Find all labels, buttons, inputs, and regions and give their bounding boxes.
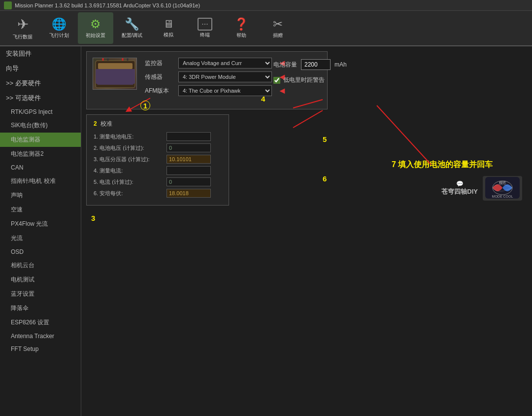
watermark-logo: MODE COOL 模吧 [483, 176, 522, 201]
title-bar: Mission Planner 1.3.62 build 1.3.6917.15… [0, 0, 532, 11]
sidebar-item-sonar[interactable]: 声呐 [0, 188, 81, 203]
donate-icon: ✂ [273, 17, 283, 31]
wechat-info: 💬 苍穹四轴DIY [441, 180, 478, 196]
svg-rect-2 [97, 71, 133, 85]
calib-label-2: 2. 电池电压 (计算过): [94, 144, 163, 152]
toolbar-label-3: 配置/调试 [122, 32, 143, 39]
toolbar-label-1: 飞行计划 [49, 32, 69, 39]
config-icon: 🔧 [125, 17, 139, 31]
calib-label-6: 6. 安培每伏: [94, 190, 163, 197]
calib-row-5: 5. 电流 (计算过): [94, 177, 222, 186]
main-layout: 安装固件 向导 >> 必要硬件 >> 可选硬件 RTK/GPS Inject S… [0, 46, 532, 416]
toolbar-btn-terminal[interactable]: ··· 终端 [187, 12, 223, 44]
annotation-5: 5 [323, 135, 327, 143]
flight-plan-icon: 🌐 [52, 17, 66, 31]
sensor-label: 传感器 [145, 73, 174, 81]
sidebar-item-battery-monitor2[interactable]: 电池监测器2 [0, 147, 81, 161]
calib-row-6: 6. 安培每伏: [94, 189, 222, 198]
sidebar-item-optional-hw[interactable]: >> 可选硬件 [0, 91, 81, 105]
sidebar-item-antenna-tracker[interactable]: Antenna Tracker [0, 330, 81, 343]
calib-input-1[interactable] [166, 132, 211, 141]
calib-row-4: 4. 测量电流: [94, 166, 222, 175]
calib-input-4[interactable] [166, 166, 211, 175]
sidebar-item-camera-gimbal[interactable]: 相机云台 [0, 258, 81, 273]
svg-text:模吧: 模吧 [499, 181, 506, 184]
capacity-unit: mAh [334, 61, 347, 68]
help-icon: ❓ [234, 17, 249, 31]
calib-row-3: 3. 电压分压器 (计算过): [94, 155, 222, 164]
content-inner: 监控器 Analog Voltage and Curr ◄ 电池容量 mAh [86, 51, 527, 206]
toolbar-btn-flight-plan[interactable]: 🌐 飞行计划 [41, 12, 77, 44]
sidebar-item-can[interactable]: CAN [0, 161, 81, 174]
calib-row-1: 1. 测量电池电压: [94, 132, 222, 141]
toolbar-label-4: 模拟 [164, 32, 173, 38]
toolbar-btn-donate[interactable]: ✂ 捐赠 [260, 12, 296, 44]
calib-input-2[interactable] [166, 143, 211, 152]
sidebar-item-px4flow[interactable]: PX4Flow 光流 [0, 217, 81, 231]
battery-settings: 监控器 Analog Voltage and Curr ◄ 电池容量 mAh [145, 58, 321, 99]
capacity-label: 电池容量 [273, 61, 297, 69]
sidebar-item-sik-radio[interactable]: SiK电台(数传) [0, 118, 81, 133]
calib-input-3[interactable] [166, 155, 211, 164]
sidebar-item-rtk-gps[interactable]: RTK/GPS Inject [0, 105, 81, 118]
title-bar-text: Mission Planner 1.3.62 build 1.3.6917.15… [15, 2, 200, 8]
afm-select[interactable]: 4: The Cube or Pixhawk [178, 85, 272, 96]
svg-rect-1 [98, 63, 133, 69]
svg-line-11 [377, 105, 431, 165]
toolbar-btn-initial-setup[interactable]: ⚙ 初始设置 [78, 12, 113, 44]
sidebar-item-wizard[interactable]: 向导 [0, 61, 81, 76]
toolbar-label-2: 初始设置 [86, 32, 105, 39]
sidebar-item-fft-setup[interactable]: FFT Setup [0, 343, 81, 355]
calib-input-5[interactable] [166, 177, 211, 186]
simulation-icon: 🖥 [163, 18, 174, 31]
sidebar-item-airspeed[interactable]: 空速 [0, 203, 81, 217]
annotation-6: 6 [323, 174, 327, 183]
toolbar: ✈ 飞行数据 🌐 飞行计划 ⚙ 初始设置 🔧 配置/调试 🖥 模拟 ··· 终端… [0, 11, 532, 46]
sidebar-item-osd[interactable]: OSD [0, 245, 81, 258]
warn-label: 低电里时距警告 [283, 76, 325, 84]
sidebar-item-esp8266[interactable]: ESP8266 设置 [0, 315, 81, 330]
annotation-7: 7 填入使用电池的容量并回车 [392, 160, 493, 170]
svg-point-3 [111, 74, 119, 82]
wechat-name: 苍穹四轴DIY [441, 187, 478, 196]
calib-input-6[interactable] [166, 189, 211, 198]
svg-text:MODE COOL: MODE COOL [492, 195, 513, 198]
sidebar-item-required-hw[interactable]: >> 必要硬件 [0, 76, 81, 91]
afm-row: AFM版本 4: The Cube or Pixhawk ◄ [145, 85, 321, 96]
toolbar-btn-config[interactable]: 🔧 配置/调试 [114, 12, 150, 44]
svg-line-10 [293, 110, 323, 128]
battery-panel: 监控器 Analog Voltage and Curr ◄ 电池容量 mAh [86, 51, 328, 109]
toolbar-btn-flight-data[interactable]: ✈ 飞行数据 [5, 12, 40, 44]
calib-label-1: 1. 测量电池电压: [94, 133, 163, 140]
toolbar-btn-help[interactable]: ❓ 帮助 [224, 12, 259, 44]
arrow-afm: ◄ [278, 86, 287, 96]
annotation-3: 3 [91, 214, 95, 222]
initial-setup-icon: ⚙ [90, 17, 101, 31]
capacity-input[interactable] [301, 59, 331, 70]
monitor-select[interactable]: Analog Voltage and Curr [178, 58, 272, 69]
warn-row: 低电里时距警告 [273, 76, 325, 84]
calib-label-4: 4. 测量电流: [94, 167, 163, 174]
toolbar-label-6: 帮助 [236, 32, 246, 39]
monitor-label: 监控器 [145, 59, 174, 68]
toolbar-label-5: 终端 [200, 32, 210, 38]
sidebar-item-parachute[interactable]: 降落伞 [0, 301, 81, 315]
sidebar-item-bluetooth[interactable]: 蓝牙设置 [0, 287, 81, 301]
sidebar-item-optical-flow[interactable]: 光流 [0, 231, 81, 245]
sidebar-item-compass[interactable]: 指南针/电机 校准 [0, 174, 81, 188]
annotation-1-badge: 1 [140, 101, 150, 110]
battery-image-row: 监控器 Analog Voltage and Curr ◄ 电池容量 mAh [93, 58, 321, 99]
capacity-row: 电池容量 mAh [273, 59, 347, 70]
battery-image [93, 58, 137, 90]
app-icon [4, 1, 12, 9]
sidebar-item-battery-monitor[interactable]: 电池监测器 [0, 133, 81, 147]
sensor-select[interactable]: 4: 3DR Power Module [178, 71, 272, 82]
toolbar-label-0: 飞行数据 [13, 34, 33, 40]
wechat-icon: 💬 [456, 180, 464, 187]
sidebar-item-motor-test[interactable]: 电机测试 [0, 273, 81, 287]
content-area: 监控器 Analog Voltage and Curr ◄ 电池容量 mAh [81, 46, 532, 416]
warn-checkbox[interactable] [273, 77, 280, 84]
toolbar-btn-simulation[interactable]: 🖥 模拟 [151, 12, 186, 44]
calib-title: 2 校准 [94, 120, 222, 128]
sidebar-item-install-firmware[interactable]: 安装固件 [0, 46, 81, 61]
